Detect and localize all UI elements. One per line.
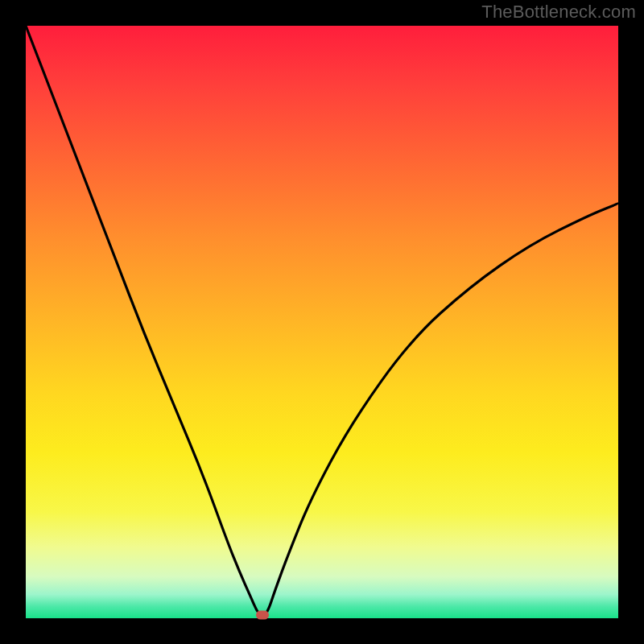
bottleneck-curve — [26, 26, 618, 617]
plot-area — [26, 26, 618, 618]
curve-svg — [26, 26, 618, 618]
min-marker — [256, 611, 269, 620]
watermark-text: TheBottleneck.com — [481, 2, 636, 23]
chart-frame: TheBottleneck.com — [0, 0, 644, 644]
